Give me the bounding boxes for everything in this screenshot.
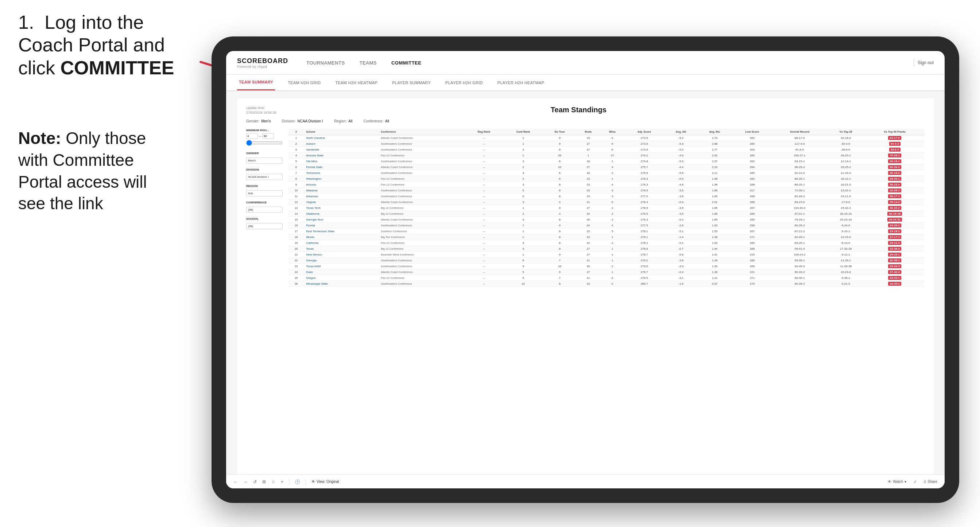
nav-committee[interactable]: COMMITTEE [391,58,422,67]
cell-conference: Big Ten Conference [379,234,465,240]
conference-select[interactable]: (All) [246,206,283,213]
toolbar-share[interactable]: ⎙ Share [924,479,937,484]
cell-conference: Southeastern Conference [379,258,465,264]
cell-adj-score: 279.6 [624,264,665,269]
cell-school[interactable]: Arizona State [304,153,379,159]
cell-school[interactable]: Florida State [304,164,379,170]
cell-school[interactable]: Alabama [304,188,379,194]
data-table-container[interactable]: # School Conference Reg Rank Conf Rank N… [288,129,924,464]
cell-school[interactable]: Florida [304,223,379,229]
col-rank[interactable]: # [288,129,304,135]
cell-overall-record: 59-41-4 [773,246,827,252]
toolbar-plus-icon[interactable]: + [281,479,283,484]
cell-school[interactable]: Ole Miss [304,159,379,164]
subnav-player-h2h-heatmap[interactable]: PLAYER H2H HEATMAP [496,75,546,90]
cell-low-score: 260 [732,141,773,147]
cell-rnds: 21 [576,275,600,281]
col-avg-rd[interactable]: Avg. Rd. [698,129,732,135]
cell-overall-record: 117-4-0 [773,141,827,147]
cell-school[interactable]: Texas A&M [304,264,379,269]
cell-school[interactable]: New Mexico [304,252,379,258]
col-no-tour[interactable]: No Tour [543,129,576,135]
cell-rank: 26 [288,281,304,287]
toolbar-home-icon[interactable]: ⊞ [262,479,266,484]
table-row: 21New MexicoMountain West Conference–192… [288,252,924,258]
col-overall-record[interactable]: Overall Record [773,129,827,135]
cell-no-tour: 8 [543,246,576,252]
cell-school[interactable]: Auburn [304,141,379,147]
expand-icon: ⤢ [914,479,916,484]
toolbar-clock-icon[interactable]: 🕐 [295,479,300,484]
cell-adj-score: 278.1 [624,229,665,234]
nav-teams[interactable]: TEAMS [360,58,377,67]
subnav-player-h2h-grid[interactable]: PLAYER H2H GRID [444,75,485,90]
cell-school[interactable]: North Carolina [304,135,379,141]
table-row: 24DukeAtlantic Coast Conference–59271279… [288,269,924,275]
col-conf-rank[interactable]: Conf Rank [503,129,543,135]
col-avg-sg[interactable]: Avg. SG [665,129,698,135]
col-rnds[interactable]: Rnds [576,129,600,135]
toolbar-bookmark-icon[interactable]: ☆ [271,479,275,484]
cell-school[interactable]: Texas Tech [304,205,379,211]
cell-low-score: 266 [732,258,773,264]
cell-school[interactable]: Washington [304,176,379,182]
cell-vs-top-50-points: 39-20-1 [865,176,924,182]
toolbar-refresh-icon[interactable]: ↺ [253,479,257,484]
cell-vs-top-25: 17-33-28 [827,246,865,252]
division-select[interactable]: NCAA Division I [246,174,283,180]
min-rounds-slider[interactable] [246,140,283,146]
cell-overall-record: 100-27-1 [773,153,827,159]
cell-rnds: 27 [576,246,600,252]
cell-school[interactable]: Oregon [304,275,379,281]
table-row: 15Georgia TechAtlantic Coast Conference–… [288,217,924,223]
cell-conference: Atlantic Coast Conference [379,164,465,170]
toolbar-view[interactable]: 👁 View: Original [312,479,339,484]
toolbar-watch[interactable]: 👁 Watch ▾ [888,479,906,484]
region-select[interactable]: N/A [246,190,283,197]
cell-vs-top-25: 43-23-1 [827,153,865,159]
cell-school[interactable]: Mississippi State [304,281,379,287]
cell-school[interactable]: Georgia Tech [304,217,379,223]
toolbar-forward-icon[interactable]: → [243,479,248,484]
cell-no-tour: 8 [543,182,576,188]
toolbar-expand[interactable]: ⤢ [914,479,916,484]
subnav-team-h2h-grid[interactable]: TEAM H2H GRID [286,75,322,90]
subnav-team-h2h-heatmap[interactable]: TEAM H2H HEATMAP [333,75,379,90]
cell-school[interactable]: Duke [304,269,379,275]
min-rounds-range: – [246,133,283,139]
school-select[interactable]: (All) [246,223,283,229]
min-rounds-min-input[interactable] [246,133,258,139]
cell-school[interactable]: East Tennessee State [304,229,379,234]
nav-tournaments[interactable]: TOURNAMENTS [306,58,345,67]
gender-select[interactable]: Men's Women's [246,157,283,163]
min-rounds-max-input[interactable] [262,133,274,139]
cell-school[interactable]: Georgia [304,258,379,264]
cell-school[interactable]: Texas [304,246,379,252]
sub-nav: TEAM SUMMARY TEAM H2H GRID TEAM H2H HEAT… [226,75,945,91]
col-school[interactable]: School [304,129,379,135]
col-vs-top-50-points[interactable]: Vs Top 50 Points [865,129,924,135]
cell-school[interactable]: Virginia [304,199,379,205]
table-row: 7TennesseeSoutheastern Conference–461822… [288,170,924,176]
toolbar-back-icon[interactable]: ← [234,479,238,484]
cell-school[interactable]: Arkansas [304,194,379,199]
col-conference[interactable]: Conference [379,129,465,135]
cell-rnds: 24 [576,223,600,229]
cell-conference: Pac-12 Conference [379,176,465,182]
cell-school[interactable]: Arizona [304,182,379,188]
col-wins[interactable]: Wins [600,129,624,135]
sign-out-button[interactable]: Sign out [918,60,934,65]
cell-overall-record: 97-01-1 [773,211,827,217]
subnav-team-summary[interactable]: TEAM SUMMARY [237,75,275,90]
cell-school[interactable]: Oklahoma [304,211,379,217]
col-vs-top-25[interactable]: Vs Top 25 [827,129,865,135]
col-low-score[interactable]: Low Score [732,129,773,135]
cell-school[interactable]: Illinois [304,234,379,240]
subnav-player-summary[interactable]: PLAYER SUMMARY [390,75,433,90]
cell-school[interactable]: Vanderbilt [304,147,379,153]
cell-school[interactable]: California [304,240,379,246]
cell-avg-rd: 1.55 [698,229,732,234]
col-reg-rank[interactable]: Reg Rank [465,129,503,135]
col-adj-score[interactable]: Adj. Score [624,129,665,135]
cell-school[interactable]: Tennessee [304,170,379,176]
